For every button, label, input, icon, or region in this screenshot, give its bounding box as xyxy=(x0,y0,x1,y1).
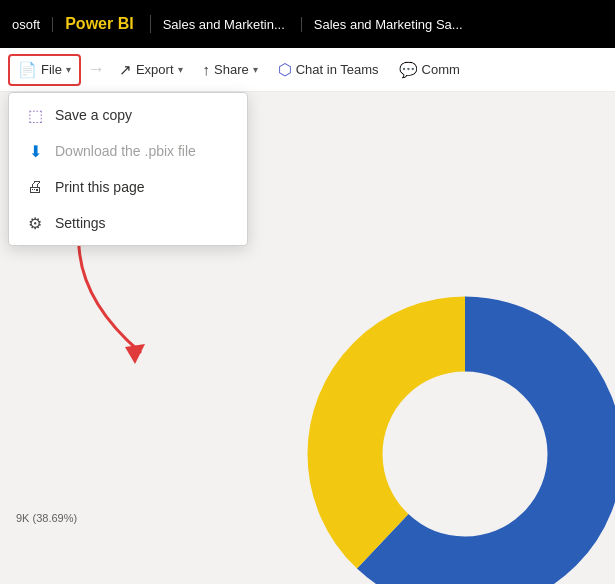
share-chevron-icon: ▾ xyxy=(253,64,258,75)
settings-icon: ⚙ xyxy=(25,213,45,233)
save-copy-item[interactable]: ⬚ Save a copy xyxy=(9,97,247,133)
print-page-label: Print this page xyxy=(55,179,145,195)
share-label: Share xyxy=(214,62,249,77)
share-button[interactable]: ↑ Share ▾ xyxy=(195,54,266,86)
app-name: Power BI xyxy=(65,15,150,33)
chat-teams-label: Chat in Teams xyxy=(296,62,379,77)
chart-area xyxy=(235,204,615,584)
report-subtitle: Sales and Marketing Sa... xyxy=(314,17,607,32)
save-copy-label: Save a copy xyxy=(55,107,132,123)
export-icon: ↗ xyxy=(119,61,132,79)
file-chevron-icon: ▾ xyxy=(66,64,71,75)
donut-chart xyxy=(285,274,615,584)
svg-marker-0 xyxy=(125,344,145,364)
file-button[interactable]: 📄 File ▾ xyxy=(8,54,81,86)
report-title: Sales and Marketin... xyxy=(163,17,302,32)
bottom-percentage-label: 9K (38.69%) xyxy=(16,512,77,524)
logo-text: osoft xyxy=(8,17,53,32)
comment-button[interactable]: 💬 Comm xyxy=(391,54,468,86)
download-pbix-label: Download the .pbix file xyxy=(55,143,196,159)
top-bar: osoft Power BI Sales and Marketin... Sal… xyxy=(0,0,615,48)
settings-item[interactable]: ⚙ Settings xyxy=(9,205,247,241)
export-chevron-icon: ▾ xyxy=(178,64,183,75)
comment-icon: 💬 xyxy=(399,61,418,79)
print-icon: 🖨 xyxy=(25,177,45,197)
download-pbix-item: ⬇ Download the .pbix file xyxy=(9,133,247,169)
file-icon: 📄 xyxy=(18,61,37,79)
export-label: Export xyxy=(136,62,174,77)
settings-label: Settings xyxy=(55,215,106,231)
export-button[interactable]: ↗ Export ▾ xyxy=(111,54,191,86)
save-copy-icon: ⬚ xyxy=(25,105,45,125)
download-icon: ⬇ xyxy=(25,141,45,161)
teams-icon: ⬡ xyxy=(278,60,292,79)
chat-teams-button[interactable]: ⬡ Chat in Teams xyxy=(270,54,387,86)
comment-label: Comm xyxy=(422,62,460,77)
arrow-separator-icon: → xyxy=(87,59,105,80)
share-icon: ↑ xyxy=(203,61,211,78)
toolbar: 📄 File ▾ → ↗ Export ▾ ↑ Share ▾ ⬡ Chat i… xyxy=(0,48,615,92)
file-dropdown-menu: ⬚ Save a copy ⬇ Download the .pbix file … xyxy=(8,92,248,246)
file-label: File xyxy=(41,62,62,77)
print-page-item[interactable]: 🖨 Print this page xyxy=(9,169,247,205)
